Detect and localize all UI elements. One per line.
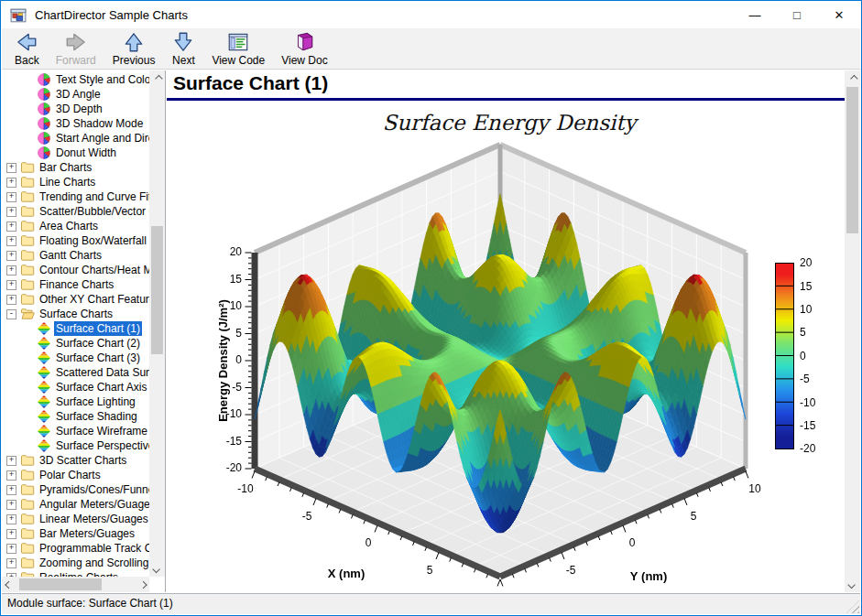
tree-item-label: 3D Scatter Charts — [38, 453, 128, 468]
resize-grip[interactable] — [846, 600, 859, 613]
tree-hscroll-thumb[interactable] — [19, 578, 102, 590]
arrow-up-icon — [122, 30, 146, 54]
minimize-button[interactable]: — — [734, 2, 776, 28]
previous-button[interactable]: Previous — [105, 28, 163, 67]
tree-item-label: Floating Box/Waterfall Cl — [38, 233, 149, 248]
expand-icon[interactable]: + — [6, 456, 16, 466]
tree-item-surface-lighting[interactable]: Surface Lighting — [2, 394, 149, 409]
tree-item-line-charts[interactable]: +Line Charts — [2, 175, 149, 189]
tree-item-label: Surface Perspective — [54, 438, 149, 453]
tree-item-area-charts[interactable]: +Area Charts — [2, 219, 149, 233]
tree-item-text-style-and-colors[interactable]: Text Style and Colors — [2, 72, 149, 87]
expand-icon[interactable]: + — [6, 558, 16, 568]
tree-item-surface-chart-axis-t[interactable]: Surface Chart Axis T — [2, 380, 149, 394]
maximize-button[interactable]: □ — [776, 2, 818, 28]
close-button[interactable]: ✕ — [818, 2, 860, 28]
content-vscroll-thumb[interactable] — [846, 87, 858, 233]
tree-item-trending-and-curve-fittin[interactable]: +Trending and Curve Fittin — [2, 189, 149, 204]
expand-icon[interactable]: + — [6, 236, 16, 246]
tree-item-programmable-track-cur[interactable]: +Programmable Track Cur — [2, 541, 149, 556]
expand-icon[interactable]: + — [6, 251, 16, 261]
collapse-icon[interactable]: - — [6, 309, 16, 319]
view-doc-button[interactable]: View Doc — [274, 28, 334, 67]
folder-icon — [20, 189, 35, 204]
expand-icon[interactable]: + — [6, 295, 16, 305]
expand-icon[interactable]: + — [6, 544, 16, 554]
tree-item-3d-angle[interactable]: 3D Angle — [2, 87, 149, 102]
view-code-button[interactable]: View Code — [204, 28, 272, 67]
expand-icon[interactable]: + — [6, 485, 16, 495]
expand-icon[interactable]: + — [6, 163, 16, 173]
tree-item-contour-charts-heat-ma[interactable]: +Contour Charts/Heat Ma — [2, 263, 149, 277]
expand-icon[interactable]: + — [6, 265, 16, 276]
tree-item-label: 3D Shadow Mode — [54, 116, 145, 131]
tree-item-label: Finance Charts — [38, 277, 115, 292]
app-window: ChartDirector Sample Charts — □ ✕ BackFo… — [0, 0, 862, 616]
tree-item-zooming-and-scrolling[interactable]: +Zooming and Scrolling — [2, 556, 149, 570]
next-button[interactable]: Next — [164, 28, 202, 67]
tree-item-scatter-bubble-vector-c[interactable]: +Scatter/Bubble/Vector C — [2, 204, 149, 219]
tree-item-gantt-charts[interactable]: +Gantt Charts — [2, 248, 149, 263]
folder-icon — [20, 277, 35, 292]
tree-item-label: Surface Charts — [38, 307, 115, 321]
tree-item-surface-shading[interactable]: Surface Shading — [2, 409, 149, 424]
tree-horizontal-scrollbar[interactable] — [2, 577, 149, 592]
folder-icon — [20, 248, 35, 263]
toolbar-button-label: View Doc — [281, 54, 327, 67]
expand-icon[interactable]: + — [6, 280, 16, 290]
scroll-right-icon[interactable] — [134, 577, 149, 592]
tree-vertical-scrollbar[interactable] — [149, 70, 165, 577]
back-button[interactable]: Back — [7, 28, 47, 67]
expand-icon[interactable]: + — [6, 500, 16, 510]
scroll-up-icon[interactable] — [149, 70, 165, 86]
tree-item-surface-perspective[interactable]: Surface Perspective — [2, 438, 149, 453]
toolbar: BackForwardPreviousNextView CodeView Doc — [2, 28, 860, 70]
scroll-left-icon[interactable] — [2, 577, 17, 592]
folder-icon — [20, 204, 35, 219]
pie-icon — [37, 102, 51, 116]
tree-item-3d-shadow-mode[interactable]: 3D Shadow Mode — [2, 116, 149, 131]
folder-icon — [20, 556, 35, 570]
expand-icon[interactable]: + — [6, 222, 16, 232]
tree-item-pyramids-cones-funnels[interactable]: +Pyramids/Cones/Funnels — [2, 482, 149, 497]
tree-item-scattered-data-surfa[interactable]: Scattered Data Surfa — [2, 365, 149, 380]
tree-item-linear-meters-guages[interactable]: +Linear Meters/Guages — [2, 512, 149, 526]
expand-icon[interactable]: + — [6, 192, 16, 202]
tree-item-surface-chart-3[interactable]: Surface Chart (3) — [2, 351, 149, 365]
scroll-down-icon[interactable] — [149, 561, 165, 577]
tree-item-surface-charts[interactable]: -Surface Charts — [2, 307, 149, 321]
pie-icon — [37, 146, 51, 160]
expand-icon[interactable]: + — [6, 514, 16, 524]
tree-item-surface-chart-2[interactable]: Surface Chart (2) — [2, 336, 149, 351]
tree-item-bar-charts[interactable]: +Bar Charts — [2, 160, 149, 175]
tree-item-surface-chart-1[interactable]: Surface Chart (1) — [2, 321, 149, 336]
surface-icon — [37, 409, 51, 424]
expand-icon[interactable]: + — [6, 178, 16, 188]
scroll-down-icon[interactable] — [845, 577, 860, 592]
tree-item-3d-scatter-charts[interactable]: +3D Scatter Charts — [2, 453, 149, 468]
forward-button[interactable]: Forward — [49, 28, 104, 67]
tree-item-angular-meters-guages[interactable]: +Angular Meters/Guages — [2, 497, 149, 512]
expand-icon[interactable]: + — [6, 207, 16, 217]
tree-item-other-xy-chart-features[interactable]: +Other XY Chart Features — [2, 292, 149, 307]
scroll-up-icon[interactable] — [845, 70, 860, 86]
content-vertical-scrollbar[interactable] — [845, 70, 860, 592]
tree-item-label: Bar Charts — [38, 160, 93, 175]
tree-item-surface-wireframe[interactable]: Surface Wireframe — [2, 424, 149, 438]
expand-icon[interactable]: + — [6, 529, 16, 539]
tree-item-3d-depth[interactable]: 3D Depth — [2, 102, 149, 116]
pie-icon — [37, 72, 51, 87]
tree-item-polar-charts[interactable]: +Polar Charts — [2, 468, 149, 482]
tree-item-floating-box-waterfall-cl[interactable]: +Floating Box/Waterfall Cl — [2, 233, 149, 248]
tree-vscroll-thumb[interactable] — [151, 226, 163, 354]
tree-item-bar-meters-guages[interactable]: +Bar Meters/Guages — [2, 526, 149, 541]
expand-icon[interactable]: + — [6, 470, 16, 481]
tree-item-label: Surface Chart Axis T — [54, 380, 149, 394]
tree-item-realtime-charts[interactable]: +Realtime Charts — [2, 570, 149, 577]
tree-item-finance-charts[interactable]: +Finance Charts — [2, 277, 149, 292]
tree-item-donut-width[interactable]: Donut Width — [2, 146, 149, 160]
tree-item-start-angle-and-direc[interactable]: Start Angle and Direc — [2, 131, 149, 146]
tree-item-label: Trending and Curve Fittin — [38, 189, 149, 204]
tree-item-label: Surface Chart (2) — [54, 336, 142, 351]
surface-icon — [37, 394, 51, 409]
